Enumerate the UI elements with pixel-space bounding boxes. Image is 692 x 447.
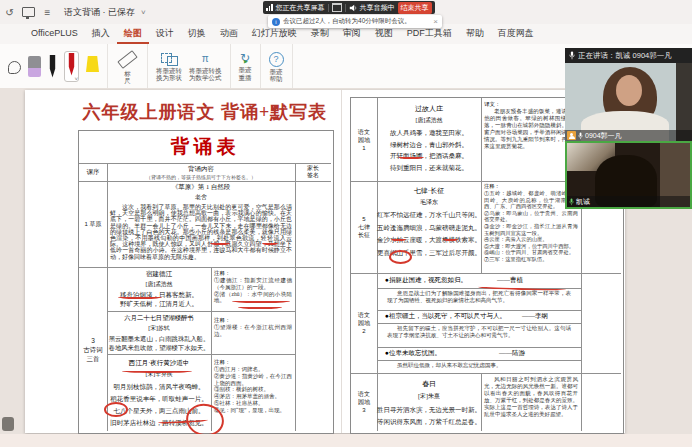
ink-annotation [391,236,406,241]
ink-annotation [122,368,192,373]
poem-line: 卷地风来忽吹散，望湖楼下水如天。 [107,343,211,352]
close-icon[interactable]: × [433,17,438,26]
translation-text: 风和日丽之时到泗水之滨观赏风光，无边无际的风光焕然一新。谁都可以看出春天的面貌，… [484,376,578,417]
ink-replay-button[interactable]: ↻▶ 墨迹 重播 [239,51,252,81]
tab-baidu-pan[interactable]: 百度网盘 [491,24,541,44]
highlighter-icon[interactable] [86,56,99,76]
red-pen-icon[interactable] [67,53,76,76]
more-icon[interactable]: ≡ [41,7,54,18]
participant-name: 0904郭一凡 [585,131,622,141]
note-item: ⑤社林：社庙丛林。 [214,400,292,407]
note-item: ⑦三军：这里指红军队伍。 [484,256,578,263]
poem-line: 故人具鸡黍，邀我至田家。 [377,127,481,139]
poem-line: 绿树村边合，青山郭外斜。 [377,139,481,151]
poem-guguren: 过故人庄 [唐]孟浩然 故人具鸡黍，邀我至田家。绿树村边合，青山郭外斜。开轩面场… [377,104,481,173]
poem-line: 黑云翻墨未遮山，白雨跳珠乱入船。 [107,334,211,343]
poem-title: 西江月·夜行黄沙道中 [107,359,211,368]
ink-annotation [398,154,424,159]
play-icon: ▶ [244,54,248,68]
row-label: 5 七律 长征 [351,181,377,273]
tab-officeplus[interactable]: OfficePLUS [24,24,85,44]
end-share-button[interactable]: 结束共享 [398,2,432,14]
window-icon[interactable] [332,3,342,12]
notes-title: 注释： [214,270,292,277]
quote-text: ●捐躯赴国难，视死忽如归。 [385,276,467,285]
poem-title: 宿建德江 [107,270,211,279]
speaking-label: 正在讲话：凯诚 0904郭一凡 [578,51,672,61]
poem-line: 开轩面场圃，把酒话桑麻。 [377,150,481,162]
ink-replay-icon: ↻▶ [240,51,250,65]
speaking-indicator: 正在讲话：凯诚 0904郭一凡 [565,48,692,63]
red-pen-tool[interactable]: ˅ [64,51,79,82]
poem-wanghulou: 六月二十七日望湖楼醉书 [宋]苏轼 黑云翻墨未遮山，白雨跳珠乱入船。卷地风来忽吹… [107,314,211,352]
tab-insert[interactable]: 插入 [85,24,117,44]
poem-line: 红军不怕远征难，万水千山只等闲。 [377,209,481,222]
col-header-content-label: 背诵内容 [107,163,295,174]
participant-video[interactable]: 0904郭一凡 [565,63,692,141]
tab-animations[interactable]: 动画 [213,24,245,44]
ink-help-label: 墨迹 帮助 [270,68,283,83]
chevron-down-icon[interactable]: ˅ [141,8,146,17]
corner-handle[interactable] [2,417,14,431]
poem-author: [唐]孟浩然 [107,280,211,289]
poem-line: 明月别枝惊鹊，清风半夜鸣蝉。 [107,381,211,393]
note-item: ②乌蒙：即乌蒙山，位于贵州、云南两省交界处。 [484,210,578,223]
lasso-select-icon[interactable] [8,61,21,74]
quote-explanation: 祖先留下的疆土，应当拼死守护，不可以把一尺一寸让给别人。这句话表现了李纲坚决抗敌… [377,323,581,347]
poem-title: 七律·长征 [377,186,481,196]
ink-help-button[interactable]: ? 墨迹 帮助 [269,50,284,83]
ink-annotation [210,240,230,245]
poem-lines: 移舟泊烟渚，日暮客愁新。野旷天低树，江清月近人。 [107,290,211,308]
translation-text: 老朋友预备丰盛的饭菜，邀请我到他的田舍做客。翠绿的树林围绕着村落，一脉青山在城郭… [484,108,578,150]
mic-icon [569,51,575,60]
col-header-content-note: （背诵不熟的，等孩子熟练后可于下方补签名。） [107,174,295,180]
note-item: ⑥见：同“现”，显现，出现。 [214,407,292,414]
tab-draw[interactable]: 绘图 [117,24,149,44]
row-label: 语文 园地 1 [351,98,377,181]
chevron-down-icon[interactable]: ˅ [74,76,78,82]
recite-table-page1: 背诵表 课序 背诵内容 （背诵不熟的，等孩子熟练后可于下方补签名。） 家长 签名… [78,130,334,434]
divider [328,4,329,12]
quote-author: ——陆游 [499,349,525,358]
poem-lines: 胜日寻芳泗水滨，无边光景一时新。等闲识得东风面，万紫千红总是春。 [377,404,481,428]
doc-main-title: 六年级上册语文 背诵+默写表 [78,100,332,124]
ink-to-math-icon: π [202,52,209,66]
tab-transitions[interactable]: 切换 [181,24,213,44]
present-icon[interactable] [22,7,35,17]
quote-row: ●祖宗疆土，当以死守，不可以尺寸与人。 ——李纲 [377,310,581,323]
ruler-button[interactable]: 标 尺 [116,48,139,85]
tab-design[interactable]: 设计 [149,24,181,44]
poem-chunri: 春日 [宋]朱熹 胜日寻芳泗水滨，无边光景一时新。等闲识得东风面，万紫千红总是春… [377,379,481,428]
quote-explanation: 虽然职位低微，却从来不敢忘记忧虑国事。 [377,360,581,373]
sharing-status-text: 您正在共享屏幕 [276,3,325,13]
ink-annotation [238,304,282,309]
text-author: 老舍 [110,193,292,202]
slide: 六年级上册语文 背诵+默写表 背诵表 课序 背诵内容 （背诵不熟的，等孩子熟练后… [25,90,625,433]
ink-to-shape-button[interactable]: 将墨迹转 换为形状 [156,51,182,82]
notes-list: ①望湖楼：在今浙江杭州西湖边。 [214,324,292,338]
text-title: 《草原》第 1 自然段 [110,183,292,192]
poem-author: 毛泽东 [377,198,481,207]
ink-to-math-button[interactable]: π 将墨迹转换 为数学公式 [189,51,222,82]
eraser-icon[interactable] [28,56,41,77]
canvas-bottom-strip [0,434,692,447]
note-item: ⑤大渡：即大渡河，位于四川中西部。 [484,243,578,250]
ruler-icon [117,50,138,69]
black-pen-icon[interactable] [48,55,57,78]
tab-help[interactable]: 帮助 [459,24,491,44]
screen: { "colors":{"tab_accent":"#c0452c","doc_… [0,0,692,447]
info-icon: i [272,18,280,26]
page-seam [341,90,342,433]
row-label: 1 草原 [79,181,107,267]
undo-icon[interactable]: ↺ [3,7,16,18]
ink-annotation [262,240,278,245]
poem-sujiandejiang: 宿建德江 [唐]孟浩然 移舟泊烟渚，日暮客愁新。野旷天低树，江清月近人。 [107,270,211,308]
participant-video-active[interactable]: 凯诚 [565,141,692,209]
quote-row: ●位卑未敢忘忧国。 ——陆游 [377,347,581,360]
participant-name: 凯诚 [576,197,590,207]
caoyuan-content: 《草原》第 1 自然段 老舍 这次，我看到了草原。那里的天比别处的更可爱，空气是… [110,183,292,265]
quote-text: ●位卑未敢忘忧国。 [385,349,441,358]
notes-title: 注释： [484,183,578,190]
note-item: ②黄沙道：指黄沙岭，在今江西上饶的西面。 [214,373,292,387]
webcam-image [616,75,642,106]
